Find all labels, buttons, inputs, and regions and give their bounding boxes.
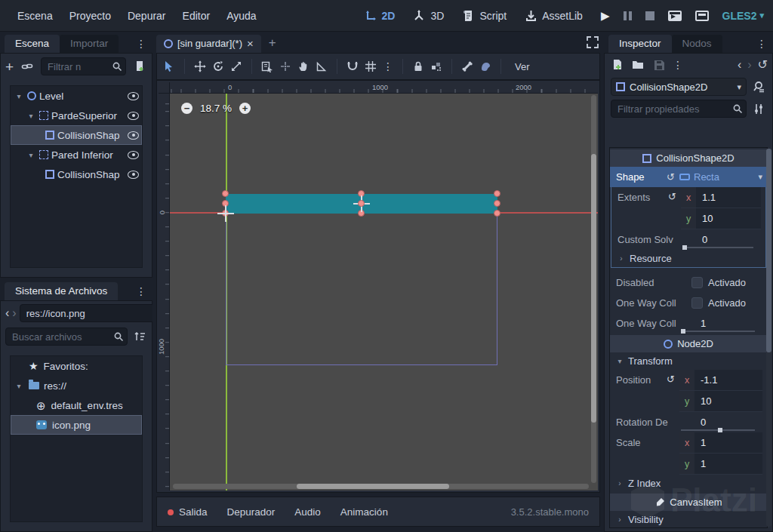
- slider-knob[interactable]: [681, 329, 685, 334]
- section-z-index[interactable]: › Z Index: [610, 475, 767, 492]
- history-back-button[interactable]: ‹: [738, 59, 741, 71]
- stop-button[interactable]: [645, 11, 654, 20]
- save-resource-button[interactable]: [651, 57, 667, 72]
- visibility-eye-icon[interactable]: [128, 112, 139, 120]
- tree-row-collisionshape-top[interactable]: CollisionShap: [11, 125, 142, 145]
- scale-y-field[interactable]: y 1: [679, 454, 762, 475]
- extents-y-field[interactable]: y 10: [681, 208, 761, 229]
- fs-path-input[interactable]: [20, 304, 166, 322]
- snap-options-icon[interactable]: ⋮: [381, 61, 395, 72]
- distraction-free-icon[interactable]: [585, 35, 600, 50]
- attach-script-button[interactable]: [132, 59, 147, 74]
- ruler-tool-icon[interactable]: [314, 59, 329, 74]
- resize-handle[interactable]: [494, 190, 500, 197]
- history-forward-button[interactable]: ›: [747, 59, 751, 71]
- tab-importar[interactable]: Importar: [60, 35, 119, 53]
- tab-escena[interactable]: Escena: [5, 35, 60, 53]
- dock-menu-icon[interactable]: ⋮: [756, 38, 767, 49]
- slider-knob[interactable]: [682, 245, 687, 250]
- nav-back-button[interactable]: ‹: [5, 307, 9, 319]
- position-x-field[interactable]: x -1.1: [679, 370, 762, 391]
- menu-editor[interactable]: Editor: [174, 10, 219, 22]
- inspector-scrollbar[interactable]: [766, 149, 771, 527]
- play-scene-button[interactable]: [668, 11, 682, 21]
- history-icon[interactable]: ↺: [758, 59, 768, 71]
- inspector-tools-icon[interactable]: [751, 101, 766, 116]
- zoom-level[interactable]: 18.7 %: [200, 103, 232, 114]
- menu-escena[interactable]: Escena: [9, 10, 61, 22]
- scale-tool-icon[interactable]: [229, 59, 244, 74]
- one-way-checkbox[interactable]: [691, 297, 703, 309]
- tab-3d-editor[interactable]: 3D: [411, 8, 444, 23]
- fs-row-res-root[interactable]: ▾ res://: [11, 376, 142, 395]
- renderer-selector[interactable]: GLES2 ▾: [722, 10, 764, 22]
- expand-icon[interactable]: ▾: [14, 92, 24, 100]
- open-docs-button[interactable]: [751, 79, 766, 94]
- panel-animacion[interactable]: Animación: [340, 506, 388, 518]
- extents-x-field[interactable]: x 1.1: [681, 187, 761, 208]
- tree-row-collisionshape-bottom[interactable]: CollisionShap: [11, 165, 142, 184]
- grid-snap-icon[interactable]: [363, 59, 378, 74]
- lock-object-icon[interactable]: [411, 59, 426, 74]
- play-custom-scene-button[interactable]: [695, 11, 709, 21]
- canvas-world[interactable]: − 18.7 % +: [170, 94, 598, 490]
- skeleton-options-icon[interactable]: [478, 59, 493, 74]
- select-tool-icon[interactable]: [162, 59, 177, 74]
- section-resource[interactable]: › Resource: [611, 250, 765, 267]
- zoom-in-button[interactable]: +: [239, 103, 251, 114]
- position-y-field[interactable]: y 10: [679, 391, 762, 412]
- menu-depurar[interactable]: Depurar: [119, 10, 174, 22]
- resource-options-icon[interactable]: ⋮: [673, 60, 683, 70]
- menu-proyecto[interactable]: Proyecto: [61, 10, 119, 22]
- visibility-eye-icon[interactable]: [128, 92, 139, 100]
- list-select-tool-icon[interactable]: [260, 59, 275, 74]
- move-tool-icon[interactable]: [192, 59, 208, 74]
- property-shape[interactable]: Shape ↺ Recta ▾: [610, 167, 767, 187]
- revert-icon[interactable]: ↺: [667, 374, 675, 385]
- revert-icon[interactable]: ↺: [667, 171, 675, 183]
- expand-icon[interactable]: ▾: [26, 112, 36, 120]
- rotate-tool-icon[interactable]: [211, 59, 226, 74]
- pan-tool-icon[interactable]: [296, 59, 311, 74]
- resize-handle[interactable]: [222, 190, 229, 197]
- smart-snap-icon[interactable]: [345, 59, 360, 74]
- revert-icon[interactable]: ↺: [668, 191, 676, 202]
- panel-depurador[interactable]: Depurador: [227, 506, 276, 518]
- play-button[interactable]: ▶: [601, 10, 610, 21]
- tab-2d-editor[interactable]: 2D: [363, 8, 396, 23]
- zoom-out-button[interactable]: −: [181, 103, 192, 114]
- sort-files-button[interactable]: [132, 329, 147, 344]
- menu-ayuda[interactable]: Ayuda: [218, 10, 264, 22]
- property-filter-input[interactable]: [611, 100, 747, 118]
- close-icon[interactable]: ×: [247, 38, 254, 49]
- new-scene-tab-button[interactable]: +: [269, 36, 276, 49]
- disabled-checkbox[interactable]: [691, 277, 703, 288]
- resize-handle[interactable]: [494, 210, 500, 217]
- expand-icon[interactable]: ▾: [14, 382, 24, 390]
- h-scrollbar[interactable]: [297, 484, 449, 489]
- add-node-button[interactable]: +: [5, 60, 14, 74]
- one-way-margin-field[interactable]: 1: [679, 315, 756, 333]
- pause-button[interactable]: [624, 11, 632, 20]
- tree-row-paredinferior[interactable]: ▾ Pared Inferior: [11, 145, 142, 165]
- instance-scene-button[interactable]: [20, 59, 35, 74]
- load-resource-button[interactable]: [630, 57, 645, 72]
- scale-x-field[interactable]: x 1: [679, 432, 762, 454]
- group-object-icon[interactable]: [429, 59, 444, 74]
- fs-search-input[interactable]: [5, 328, 128, 346]
- expand-icon[interactable]: ▾: [26, 151, 36, 159]
- visibility-eye-icon[interactable]: [128, 131, 139, 140]
- tab-inspector[interactable]: Inspector: [608, 35, 672, 53]
- view-menu[interactable]: Ver: [509, 61, 536, 72]
- tab-assetlib[interactable]: AssetLib: [523, 8, 583, 23]
- custom-solver-field[interactable]: 0: [681, 231, 755, 249]
- v-scrollbar[interactable]: [591, 154, 596, 423]
- tab-script-editor[interactable]: Script: [460, 8, 507, 23]
- fs-row-default-env[interactable]: ⊕ default_env.tres: [11, 395, 142, 415]
- visibility-eye-icon[interactable]: [128, 151, 139, 159]
- slider-knob[interactable]: [718, 428, 722, 432]
- fs-row-icon-png[interactable]: icon.png: [11, 415, 142, 435]
- tab-sistema-de-archivos[interactable]: Sistema de Archivos: [5, 282, 118, 300]
- panel-audio[interactable]: Audio: [294, 506, 321, 518]
- panel-salida[interactable]: Salida: [168, 506, 208, 518]
